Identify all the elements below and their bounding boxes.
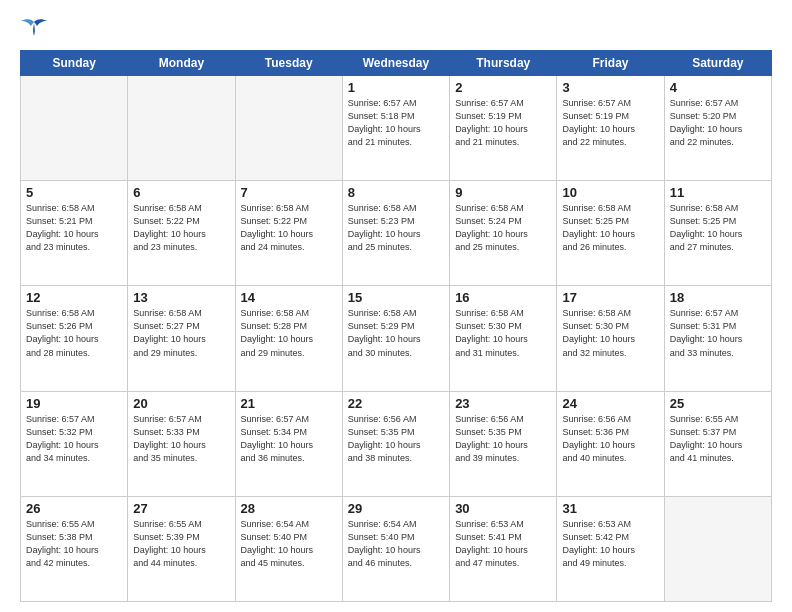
day-number: 23 (455, 396, 551, 411)
calendar-cell: 5Sunrise: 6:58 AM Sunset: 5:21 PM Daylig… (21, 181, 128, 286)
day-info: Sunrise: 6:58 AM Sunset: 5:22 PM Dayligh… (133, 202, 229, 254)
calendar-cell: 25Sunrise: 6:55 AM Sunset: 5:37 PM Dayli… (664, 391, 771, 496)
day-number: 1 (348, 80, 444, 95)
calendar-cell: 12Sunrise: 6:58 AM Sunset: 5:26 PM Dayli… (21, 286, 128, 391)
calendar-cell: 9Sunrise: 6:58 AM Sunset: 5:24 PM Daylig… (450, 181, 557, 286)
calendar-table: SundayMondayTuesdayWednesdayThursdayFrid… (20, 50, 772, 602)
day-header-monday: Monday (128, 51, 235, 76)
calendar-cell: 22Sunrise: 6:56 AM Sunset: 5:35 PM Dayli… (342, 391, 449, 496)
day-number: 2 (455, 80, 551, 95)
day-header-friday: Friday (557, 51, 664, 76)
day-number: 27 (133, 501, 229, 516)
day-info: Sunrise: 6:58 AM Sunset: 5:26 PM Dayligh… (26, 307, 122, 359)
day-number: 29 (348, 501, 444, 516)
day-info: Sunrise: 6:56 AM Sunset: 5:35 PM Dayligh… (455, 413, 551, 465)
day-info: Sunrise: 6:54 AM Sunset: 5:40 PM Dayligh… (348, 518, 444, 570)
day-number: 10 (562, 185, 658, 200)
day-header-sunday: Sunday (21, 51, 128, 76)
day-number: 22 (348, 396, 444, 411)
day-number: 9 (455, 185, 551, 200)
day-number: 13 (133, 290, 229, 305)
day-info: Sunrise: 6:53 AM Sunset: 5:42 PM Dayligh… (562, 518, 658, 570)
day-info: Sunrise: 6:57 AM Sunset: 5:31 PM Dayligh… (670, 307, 766, 359)
day-number: 19 (26, 396, 122, 411)
week-row-2: 5Sunrise: 6:58 AM Sunset: 5:21 PM Daylig… (21, 181, 772, 286)
page: SundayMondayTuesdayWednesdayThursdayFrid… (0, 0, 792, 612)
day-number: 7 (241, 185, 337, 200)
calendar-cell (235, 76, 342, 181)
day-number: 25 (670, 396, 766, 411)
calendar-cell: 1Sunrise: 6:57 AM Sunset: 5:18 PM Daylig… (342, 76, 449, 181)
day-number: 28 (241, 501, 337, 516)
day-header-wednesday: Wednesday (342, 51, 449, 76)
header (20, 18, 772, 40)
day-info: Sunrise: 6:57 AM Sunset: 5:19 PM Dayligh… (455, 97, 551, 149)
day-info: Sunrise: 6:57 AM Sunset: 5:34 PM Dayligh… (241, 413, 337, 465)
day-number: 24 (562, 396, 658, 411)
day-header-thursday: Thursday (450, 51, 557, 76)
day-info: Sunrise: 6:54 AM Sunset: 5:40 PM Dayligh… (241, 518, 337, 570)
calendar-cell: 11Sunrise: 6:58 AM Sunset: 5:25 PM Dayli… (664, 181, 771, 286)
calendar-cell: 17Sunrise: 6:58 AM Sunset: 5:30 PM Dayli… (557, 286, 664, 391)
calendar-cell: 24Sunrise: 6:56 AM Sunset: 5:36 PM Dayli… (557, 391, 664, 496)
calendar-cell (128, 76, 235, 181)
calendar-cell: 3Sunrise: 6:57 AM Sunset: 5:19 PM Daylig… (557, 76, 664, 181)
day-number: 4 (670, 80, 766, 95)
day-number: 5 (26, 185, 122, 200)
day-info: Sunrise: 6:57 AM Sunset: 5:33 PM Dayligh… (133, 413, 229, 465)
calendar-cell: 31Sunrise: 6:53 AM Sunset: 5:42 PM Dayli… (557, 496, 664, 601)
day-number: 16 (455, 290, 551, 305)
calendar-cell: 16Sunrise: 6:58 AM Sunset: 5:30 PM Dayli… (450, 286, 557, 391)
calendar-cell: 27Sunrise: 6:55 AM Sunset: 5:39 PM Dayli… (128, 496, 235, 601)
day-info: Sunrise: 6:58 AM Sunset: 5:22 PM Dayligh… (241, 202, 337, 254)
calendar-cell: 21Sunrise: 6:57 AM Sunset: 5:34 PM Dayli… (235, 391, 342, 496)
calendar-cell: 20Sunrise: 6:57 AM Sunset: 5:33 PM Dayli… (128, 391, 235, 496)
day-info: Sunrise: 6:58 AM Sunset: 5:24 PM Dayligh… (455, 202, 551, 254)
day-info: Sunrise: 6:57 AM Sunset: 5:18 PM Dayligh… (348, 97, 444, 149)
calendar-cell: 2Sunrise: 6:57 AM Sunset: 5:19 PM Daylig… (450, 76, 557, 181)
day-number: 3 (562, 80, 658, 95)
day-number: 12 (26, 290, 122, 305)
logo-bird-icon (20, 18, 48, 40)
logo (20, 18, 52, 40)
calendar-cell: 4Sunrise: 6:57 AM Sunset: 5:20 PM Daylig… (664, 76, 771, 181)
day-info: Sunrise: 6:53 AM Sunset: 5:41 PM Dayligh… (455, 518, 551, 570)
day-info: Sunrise: 6:58 AM Sunset: 5:23 PM Dayligh… (348, 202, 444, 254)
week-row-4: 19Sunrise: 6:57 AM Sunset: 5:32 PM Dayli… (21, 391, 772, 496)
day-info: Sunrise: 6:57 AM Sunset: 5:32 PM Dayligh… (26, 413, 122, 465)
day-number: 14 (241, 290, 337, 305)
day-info: Sunrise: 6:58 AM Sunset: 5:27 PM Dayligh… (133, 307, 229, 359)
week-row-5: 26Sunrise: 6:55 AM Sunset: 5:38 PM Dayli… (21, 496, 772, 601)
week-row-1: 1Sunrise: 6:57 AM Sunset: 5:18 PM Daylig… (21, 76, 772, 181)
calendar-cell: 23Sunrise: 6:56 AM Sunset: 5:35 PM Dayli… (450, 391, 557, 496)
day-header-tuesday: Tuesday (235, 51, 342, 76)
day-info: Sunrise: 6:57 AM Sunset: 5:20 PM Dayligh… (670, 97, 766, 149)
day-info: Sunrise: 6:57 AM Sunset: 5:19 PM Dayligh… (562, 97, 658, 149)
day-info: Sunrise: 6:58 AM Sunset: 5:25 PM Dayligh… (562, 202, 658, 254)
day-number: 30 (455, 501, 551, 516)
calendar-cell: 7Sunrise: 6:58 AM Sunset: 5:22 PM Daylig… (235, 181, 342, 286)
calendar-cell: 26Sunrise: 6:55 AM Sunset: 5:38 PM Dayli… (21, 496, 128, 601)
day-number: 6 (133, 185, 229, 200)
calendar-cell (21, 76, 128, 181)
calendar-header-row: SundayMondayTuesdayWednesdayThursdayFrid… (21, 51, 772, 76)
calendar-cell: 30Sunrise: 6:53 AM Sunset: 5:41 PM Dayli… (450, 496, 557, 601)
calendar-cell: 15Sunrise: 6:58 AM Sunset: 5:29 PM Dayli… (342, 286, 449, 391)
day-number: 26 (26, 501, 122, 516)
day-number: 18 (670, 290, 766, 305)
calendar-cell: 10Sunrise: 6:58 AM Sunset: 5:25 PM Dayli… (557, 181, 664, 286)
calendar-cell: 18Sunrise: 6:57 AM Sunset: 5:31 PM Dayli… (664, 286, 771, 391)
day-info: Sunrise: 6:56 AM Sunset: 5:35 PM Dayligh… (348, 413, 444, 465)
day-info: Sunrise: 6:58 AM Sunset: 5:30 PM Dayligh… (455, 307, 551, 359)
day-info: Sunrise: 6:58 AM Sunset: 5:30 PM Dayligh… (562, 307, 658, 359)
calendar-cell: 6Sunrise: 6:58 AM Sunset: 5:22 PM Daylig… (128, 181, 235, 286)
calendar-cell: 28Sunrise: 6:54 AM Sunset: 5:40 PM Dayli… (235, 496, 342, 601)
day-info: Sunrise: 6:56 AM Sunset: 5:36 PM Dayligh… (562, 413, 658, 465)
day-number: 11 (670, 185, 766, 200)
day-number: 17 (562, 290, 658, 305)
day-number: 15 (348, 290, 444, 305)
day-info: Sunrise: 6:58 AM Sunset: 5:29 PM Dayligh… (348, 307, 444, 359)
day-info: Sunrise: 6:55 AM Sunset: 5:37 PM Dayligh… (670, 413, 766, 465)
week-row-3: 12Sunrise: 6:58 AM Sunset: 5:26 PM Dayli… (21, 286, 772, 391)
calendar-cell: 13Sunrise: 6:58 AM Sunset: 5:27 PM Dayli… (128, 286, 235, 391)
